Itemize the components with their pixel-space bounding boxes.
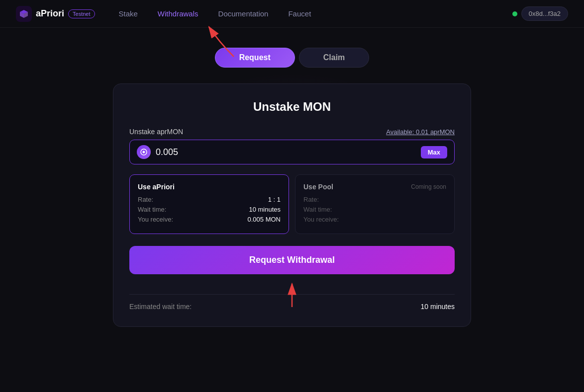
option-apriori-receive-row: You receive: 0.005 MON: [138, 216, 281, 223]
claim-tab[interactable]: Claim: [299, 48, 370, 68]
max-button[interactable]: Max: [421, 146, 447, 158]
toggle-group: Request Claim: [215, 48, 370, 68]
pool-wait-label: Wait time:: [303, 206, 332, 213]
input-label-row: Unstake aprMON Available: 0.01 aprMON: [129, 128, 455, 136]
receive-label: You receive:: [138, 216, 173, 223]
pool-rate-label: Rate:: [303, 196, 319, 203]
wait-value: 10 minutes: [249, 206, 281, 213]
option-pool-wait-row: Wait time:: [303, 206, 446, 213]
available-balance[interactable]: Available: 0.01 aprMON: [386, 128, 455, 136]
request-withdrawal-button[interactable]: Request Withdrawal: [129, 246, 455, 274]
token-symbol-icon: [140, 148, 148, 156]
card-divider: [129, 294, 455, 295]
wallet-area[interactable]: 0x8d...f3a2: [512, 6, 568, 21]
app-logo-text: aPriori: [36, 8, 64, 19]
token-icon: [137, 145, 151, 159]
request-tab[interactable]: Request: [215, 48, 295, 68]
option-row: Use aPriori Rate: 1 : 1 Wait time: 10 mi…: [129, 174, 455, 234]
receive-value: 0.005 MON: [248, 216, 281, 223]
rate-label: Rate:: [138, 196, 153, 203]
estimated-wait-label: Estimated wait time:: [129, 303, 192, 311]
option-pool[interactable]: Use Pool Coming soon Rate: Wait time: Yo…: [295, 174, 455, 234]
main-content: Request Claim Unstake MON Unstake aprMON…: [0, 28, 584, 327]
nav-links: Stake Withdrawals Documentation Faucet: [119, 9, 512, 18]
pool-receive-label: You receive:: [303, 216, 339, 223]
logo-area: aPriori Testnet: [16, 6, 95, 22]
wait-label: Wait time:: [138, 206, 166, 213]
estimated-wait-row: Estimated wait time: 10 minutes: [129, 303, 455, 311]
nav-documentation[interactable]: Documentation: [218, 9, 269, 18]
amount-input[interactable]: [156, 147, 416, 157]
option-apriori-rate-row: Rate: 1 : 1: [138, 196, 281, 203]
nav-stake[interactable]: Stake: [119, 9, 138, 18]
card-title: Unstake MON: [129, 100, 455, 114]
option-apriori-name: Use aPriori: [138, 183, 175, 191]
rate-value: 1 : 1: [268, 196, 281, 203]
estimated-wait-value: 10 minutes: [421, 303, 455, 311]
unstake-input-label: Unstake aprMON: [129, 128, 183, 136]
request-btn-container: Request Withdrawal: [129, 246, 455, 282]
coming-soon-label: Coming soon: [411, 183, 446, 190]
unstake-card: Unstake MON Unstake aprMON Available: 0.…: [113, 83, 471, 327]
option-apriori-wait-row: Wait time: 10 minutes: [138, 206, 281, 213]
option-pool-header: Use Pool Coming soon: [303, 183, 446, 191]
wallet-address[interactable]: 0x8d...f3a2: [521, 6, 568, 21]
logo-icon: [16, 6, 32, 22]
option-pool-name: Use Pool: [303, 183, 333, 191]
option-apriori-header: Use aPriori: [138, 183, 281, 191]
option-pool-rate-row: Rate:: [303, 196, 446, 203]
wallet-status-dot: [512, 11, 517, 16]
network-badge: Testnet: [68, 9, 95, 18]
option-pool-receive-row: You receive:: [303, 216, 446, 223]
nav-faucet[interactable]: Faucet: [288, 9, 311, 18]
amount-input-wrapper: Max: [129, 140, 455, 164]
navbar: aPriori Testnet Stake Withdrawals Docume…: [0, 0, 584, 28]
nav-withdrawals[interactable]: Withdrawals: [158, 9, 198, 18]
option-apriori[interactable]: Use aPriori Rate: 1 : 1 Wait time: 10 mi…: [129, 174, 289, 234]
